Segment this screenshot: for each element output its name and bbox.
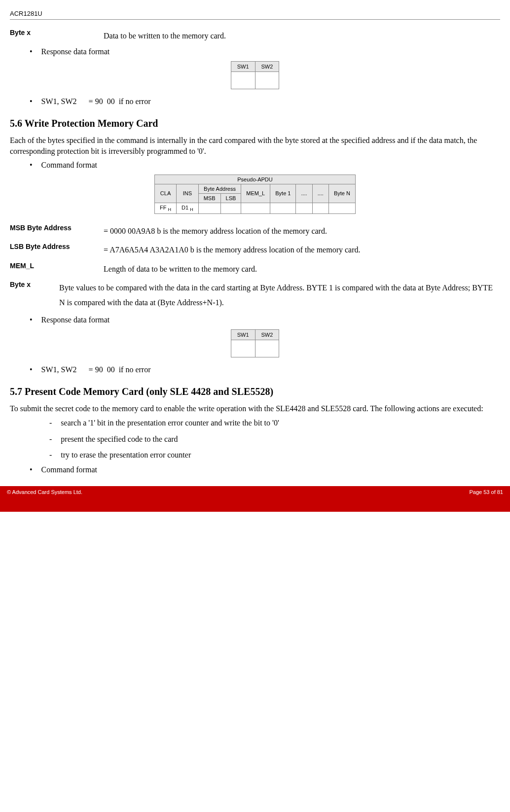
dash-3-text: try to erase the presentation error coun… [61,450,191,460]
sw-table-2: SW1 SW2 [231,329,280,357]
byte-x-desc: Data to be written to the memory card. [104,29,226,43]
doc-header: ACR1281U [10,10,500,20]
dash-icon: - [49,450,52,460]
apdu-lsb: LSB [220,193,241,203]
bullet-command-format: • Command format [30,161,500,170]
section-5-6-heading: 5.6 Write Protection Memory Card [10,118,500,129]
bytex-desc: Byte values to be compared with the data… [59,281,500,311]
response-data-format-label: Response data format [41,47,110,56]
pseudo-apdu-table: Pseudo-APDU CLA INS Byte Address MEM_L B… [154,175,356,214]
bullet-response-format: • Response data format [30,47,500,56]
lsb-row: LSB Byte Address = A7A6A5A4 A3A2A1A0 b i… [10,243,500,257]
sw2-cell [255,72,279,89]
apdu-dots2: .... [312,184,328,203]
apdu-empty [312,203,328,213]
apdu-d1: D1 H [177,203,199,213]
bullet-icon: • [30,316,33,324]
sw2-header: SW2 [255,329,279,340]
apdu-title: Pseudo-APDU [155,175,356,184]
apdu-byten: Byte N [328,184,355,203]
bullet-icon: • [30,161,33,170]
dash-icon: - [49,434,52,445]
bytex-label: Byte x [10,281,59,311]
bullet-sw-line: • SW1, SW2 = 90 00 if no error [30,97,500,106]
bullet-icon: • [30,97,33,106]
dash-item-3: - try to erase the presentation error co… [49,450,500,460]
apdu-byte1: Byte 1 [270,184,296,203]
byte-x-row: Byte x Data to be written to the memory … [10,29,500,43]
dash-1-text: search a '1' bit in the presentation err… [61,418,279,428]
apdu-empty [220,203,241,213]
sw1-cell [231,72,255,89]
sw1-header: SW1 [231,329,255,340]
apdu-cla: CLA [155,184,177,203]
sw1-cell [231,340,255,357]
lsb-label: LSB Byte Address [10,243,104,257]
dash-2-text: present the specified code to the card [61,434,178,445]
apdu-empty [198,203,220,213]
command-format-label: Command format [41,161,97,170]
apdu-empty [241,203,270,213]
section-5-7-heading: 5.7 Present Code Memory Card (only SLE 4… [10,386,500,397]
bullet-icon: • [30,47,33,56]
byte-x-label: Byte x [10,29,104,43]
apdu-empty [328,203,355,213]
bullet-sw-line-2: • SW1, SW2 = 90 00 if no error [30,365,500,374]
bullet-icon: • [30,465,33,474]
bytex-row: Byte x Byte values to be compared with t… [10,281,500,311]
dash-item-2: - present the specified code to the card [49,434,500,445]
msb-row: MSB Byte Address = 0000 00A9A8 b is the … [10,224,500,239]
sw2-cell [255,340,279,357]
apdu-empty [296,203,312,213]
sw-line-2: SW1, SW2 = 90 00 if no error [41,365,151,374]
dash-icon: - [49,418,52,428]
section-5-6-para: Each of the bytes specified in the comma… [10,135,500,156]
sw-line: SW1, SW2 = 90 00 if no error [41,97,151,106]
page-footer: © Advanced Card Systems Ltd. Page 53 of … [0,486,510,498]
apdu-meml: MEM_L [241,184,270,203]
sw-table-1: SW1 SW2 [231,61,280,89]
dash-item-1: - search a '1' bit in the presentation e… [49,418,500,428]
apdu-msb: MSB [198,193,220,203]
meml-label: MEM_L [10,262,104,277]
lsb-desc: = A7A6A5A4 A3A2A1A0 b is the memory addr… [104,243,360,257]
apdu-byte-address: Byte Address [198,184,241,193]
apdu-empty [270,203,296,213]
meml-row: MEM_L Length of data to be written to th… [10,262,500,277]
apdu-ff: FF H [155,203,177,213]
response-data-format-label-2: Response data format [41,316,110,324]
footer-bottom-bar [0,498,510,512]
bullet-command-format-2: • Command format [30,465,500,474]
meml-desc: Length of data to be written to the memo… [104,262,257,277]
apdu-dots1: .... [296,184,312,203]
bullet-response-format-2: • Response data format [30,316,500,324]
bullet-icon: • [30,365,33,374]
footer-left: © Advanced Card Systems Ltd. [7,489,82,495]
msb-desc: = 0000 00A9A8 b is the memory address lo… [104,224,327,239]
dash-list: - search a '1' bit in the presentation e… [49,418,500,460]
footer-right: Page 53 of 81 [469,489,503,495]
section-5-7-para: To submit the secret code to the memory … [10,403,500,414]
command-format-label-2: Command format [41,465,97,474]
msb-label: MSB Byte Address [10,224,104,239]
sw2-header: SW2 [255,62,279,72]
apdu-ins: INS [177,184,199,203]
sw1-header: SW1 [231,62,255,72]
